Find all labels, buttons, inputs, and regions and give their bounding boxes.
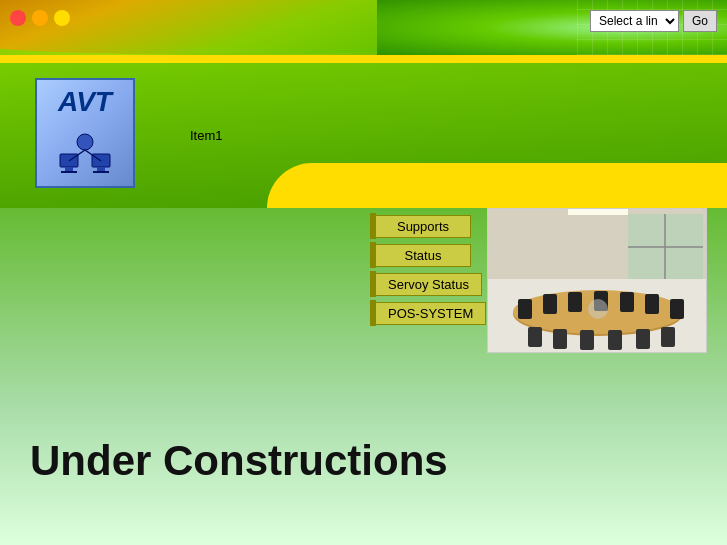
logo-box: AVT xyxy=(35,78,135,188)
svg-rect-2 xyxy=(61,171,77,173)
svg-rect-1 xyxy=(65,167,73,171)
svg-rect-18 xyxy=(543,294,557,314)
dot-yellow xyxy=(54,10,70,26)
menu-item-supports[interactable]: Supports xyxy=(370,213,486,239)
menu-label-pos-system[interactable]: POS-SYSTEM xyxy=(376,302,486,325)
svg-rect-14 xyxy=(568,209,628,215)
svg-rect-28 xyxy=(636,329,650,349)
header-dots xyxy=(10,10,70,26)
svg-rect-21 xyxy=(620,292,634,312)
svg-rect-24 xyxy=(528,327,542,347)
svg-rect-27 xyxy=(608,330,622,350)
svg-rect-19 xyxy=(568,292,582,312)
svg-rect-5 xyxy=(93,171,109,173)
svg-rect-4 xyxy=(97,167,105,171)
svg-rect-25 xyxy=(553,329,567,349)
menu-label-supports[interactable]: Supports xyxy=(376,215,471,238)
dot-red xyxy=(10,10,26,26)
line-select-dropdown[interactable]: Select a lin xyxy=(590,10,679,32)
logo-avt-text: AVT xyxy=(58,88,112,116)
logo-nav-area: AVT Item1 xyxy=(0,63,727,208)
main-content: Supports Status Servoy Status POS-SYSTEM xyxy=(0,208,727,545)
sidebar-menu: Supports Status Servoy Status POS-SYSTEM xyxy=(370,213,486,326)
yellow-band-top xyxy=(0,55,727,63)
yellow-curve-decoration xyxy=(267,163,727,208)
header-select-area: Select a lin Go xyxy=(590,10,717,32)
menu-item-servoy-status[interactable]: Servoy Status xyxy=(370,271,486,297)
nav-item1[interactable]: Item1 xyxy=(190,128,223,143)
conference-room-image xyxy=(487,208,707,353)
go-button[interactable]: Go xyxy=(683,10,717,32)
svg-point-6 xyxy=(77,134,93,150)
under-construction-text: Under Constructions xyxy=(30,437,448,485)
dot-orange xyxy=(32,10,48,26)
svg-point-30 xyxy=(588,299,608,319)
svg-rect-29 xyxy=(661,327,675,347)
svg-rect-17 xyxy=(518,299,532,319)
menu-item-status[interactable]: Status xyxy=(370,242,486,268)
logo-icon xyxy=(55,124,115,191)
svg-rect-26 xyxy=(580,330,594,350)
menu-item-pos-system[interactable]: POS-SYSTEM xyxy=(370,300,486,326)
header: Select a lin Go xyxy=(0,0,727,55)
menu-label-servoy-status[interactable]: Servoy Status xyxy=(376,273,482,296)
svg-rect-23 xyxy=(670,299,684,319)
svg-rect-22 xyxy=(645,294,659,314)
menu-label-status[interactable]: Status xyxy=(376,244,471,267)
